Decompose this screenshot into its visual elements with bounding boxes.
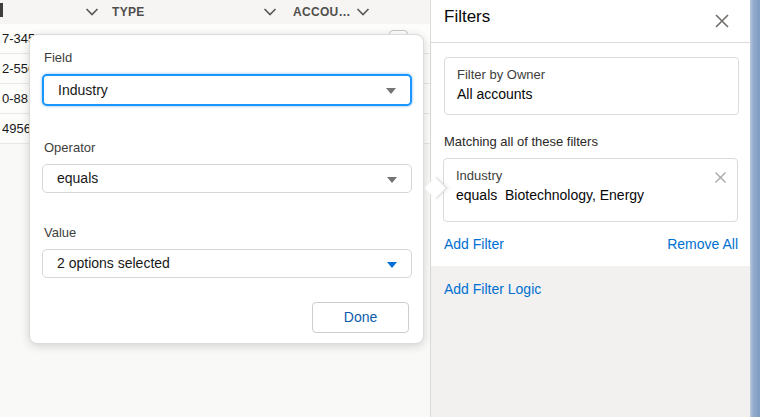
dropdown-arrow-icon [387,177,397,183]
filter-edit-popover: Field Industry Operator equals Value 2 o… [29,34,424,344]
field-select-value: Industry [58,82,108,98]
value-select-value: 2 options selected [57,255,170,271]
filter-by-owner-card[interactable]: Filter by Owner All accounts [444,57,739,115]
close-icon[interactable] [714,13,730,29]
matching-filters-label: Matching all of these filters [444,134,598,149]
list-view-header-row: TYPE ACCOU… [0,0,430,25]
divider [431,42,750,43]
chevron-down-icon[interactable] [356,8,370,16]
column-header-account[interactable]: ACCOU… [293,5,351,19]
add-filter-logic-link[interactable]: Add Filter Logic [444,281,541,297]
owner-filter-value: All accounts [457,86,532,102]
add-filter-link[interactable]: Add Filter [444,236,504,252]
value-select[interactable]: 2 options selected [42,249,412,278]
dropdown-arrow-icon [387,262,397,268]
operator-label: Operator [44,140,95,155]
remove-all-link[interactable]: Remove All [667,236,738,252]
remove-filter-icon[interactable] [714,171,727,184]
field-label: Field [44,50,72,65]
filter-condition: equals Biotechnology, Energy [456,187,644,203]
operator-select-value: equals [57,170,98,186]
done-button[interactable]: Done [312,302,409,333]
filter-card-industry[interactable]: Industry equals Biotechnology, Energy [443,158,738,222]
operator-select[interactable]: equals [42,164,412,193]
truncated-column-text [0,3,3,17]
filters-panel: Filters Filter by Owner All accounts Mat… [430,0,750,417]
dropdown-arrow-icon [386,88,396,94]
panel-footer-section: Add Filter Logic [431,266,750,417]
owner-filter-label: Filter by Owner [457,67,545,82]
app-canvas: TYPE ACCOU… 7-345 2-556 0-881 49566 Filt… [0,0,760,417]
value-label: Value [44,225,76,240]
filter-field-name: Industry [456,168,502,183]
vertical-scrollbar[interactable] [750,0,760,417]
chevron-down-icon[interactable] [263,8,277,16]
chevron-down-icon[interactable] [85,8,99,16]
column-header-type[interactable]: TYPE [112,5,145,19]
panel-title: Filters [444,5,490,29]
field-select[interactable]: Industry [42,74,412,106]
